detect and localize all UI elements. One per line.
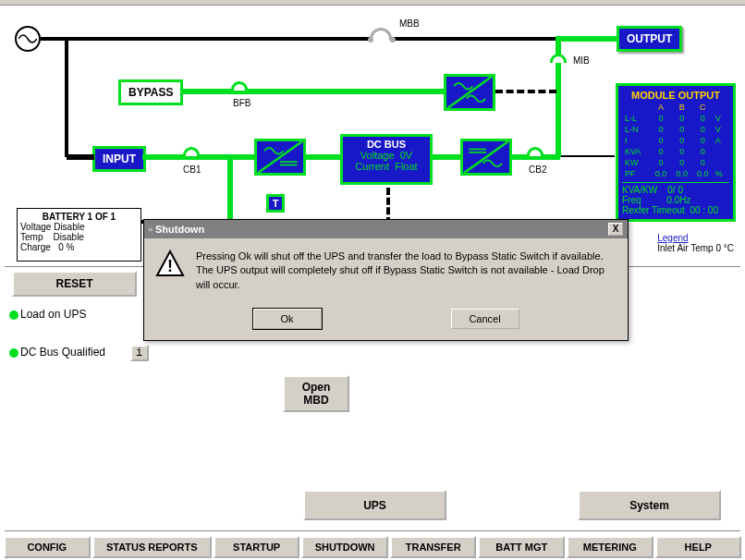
nav-startup[interactable]: STARTUP bbox=[214, 536, 300, 558]
nav-config[interactable]: CONFIG bbox=[4, 536, 91, 558]
cb1-switch-icon bbox=[183, 147, 200, 156]
input-block: INPUT bbox=[92, 146, 146, 172]
nav-help[interactable]: HELP bbox=[655, 536, 742, 558]
nav-metering[interactable]: METERING bbox=[567, 536, 653, 558]
bypass-block: BYPASS bbox=[118, 79, 183, 105]
ac-source-icon bbox=[15, 26, 41, 52]
nav-status-reports[interactable]: STATUS REPORTS bbox=[92, 536, 212, 558]
ups-button[interactable]: UPS bbox=[303, 490, 446, 520]
nav-batt-mgt[interactable]: BATT MGT bbox=[478, 536, 565, 558]
warning-icon: ! bbox=[155, 250, 185, 292]
inlet-air-temp: Inlet Air Temp 0 °C bbox=[657, 243, 734, 253]
svg-text:!: ! bbox=[167, 257, 173, 275]
dialog-title: ▫ Shutdown bbox=[149, 224, 204, 235]
cb2-label: CB2 bbox=[529, 164, 546, 175]
dialog-ok-button[interactable]: Ok bbox=[253, 309, 322, 329]
bfb-switch-icon bbox=[231, 81, 248, 91]
shutdown-dialog: ▫ Shutdown X ! Pressing Ok will shut off… bbox=[143, 219, 629, 341]
cb2-switch-icon bbox=[527, 147, 543, 156]
t-block: T bbox=[266, 194, 285, 213]
battery-panel: BATTERY 1 OF 1 Voltage Disable Temp Disa… bbox=[17, 208, 141, 262]
status-load-on-ups: Load on UPS bbox=[9, 308, 86, 321]
output-block: OUTPUT bbox=[617, 26, 682, 52]
module-output-panel: MODULE OUTPUT ABCL-L000VL-N000VI000AKVA0… bbox=[616, 83, 736, 222]
mib-switch-icon bbox=[550, 54, 567, 63]
mbb-label: MBB bbox=[399, 18, 420, 29]
mib-label: MIB bbox=[573, 55, 590, 66]
inverter-icon bbox=[460, 139, 512, 176]
rectifier-icon bbox=[254, 139, 306, 176]
cb1-label: CB1 bbox=[183, 164, 201, 175]
svg-line-0 bbox=[447, 77, 492, 108]
dialog-message: Pressing Ok will shut off the UPS and tr… bbox=[196, 250, 617, 292]
bottom-nav: CONFIG STATUS REPORTS STARTUP SHUTDOWN T… bbox=[4, 536, 741, 558]
svg-line-1 bbox=[258, 141, 302, 173]
status-dc-bus-qualified: DC Bus Qualified i bbox=[9, 345, 149, 361]
static-switch-icon bbox=[444, 74, 495, 111]
system-button[interactable]: System bbox=[578, 490, 721, 520]
open-mbd-button[interactable]: Open MBD bbox=[283, 375, 349, 412]
dialog-cancel-button[interactable]: Cancel bbox=[451, 309, 519, 329]
bfb-label: BFB bbox=[233, 98, 250, 108]
nav-shutdown[interactable]: SHUTDOWN bbox=[301, 536, 388, 558]
legend-area: Legend Inlet Air Temp 0 °C bbox=[657, 233, 734, 253]
legend-link[interactable]: Legend bbox=[657, 233, 688, 243]
info-button[interactable]: i bbox=[130, 345, 149, 361]
dialog-close-button[interactable]: X bbox=[608, 223, 623, 236]
dc-bus-block: DC BUS Voltage 0V Current Float bbox=[340, 134, 433, 185]
svg-line-4 bbox=[464, 141, 508, 173]
reset-button[interactable]: RESET bbox=[12, 271, 137, 297]
nav-transfer[interactable]: TRANSFER bbox=[390, 536, 477, 558]
